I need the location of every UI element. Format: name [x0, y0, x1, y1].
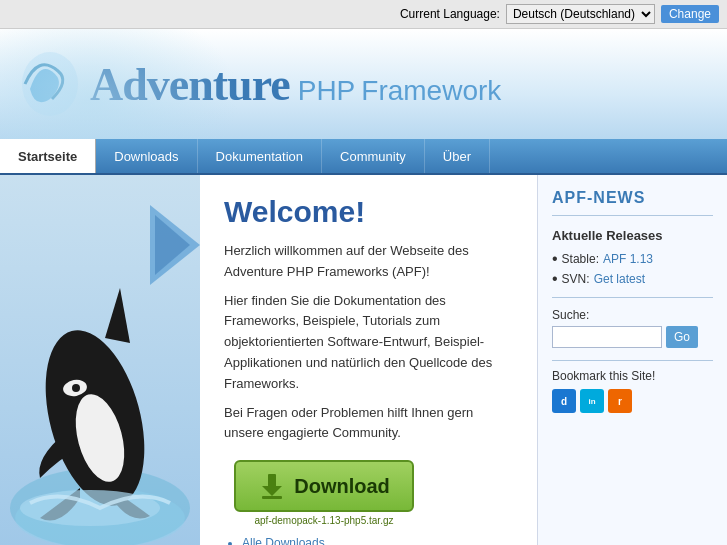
bookmark-digg-icon[interactable]: d: [552, 389, 576, 413]
nav-item-uber[interactable]: Über: [425, 139, 490, 173]
search-button[interactable]: Go: [666, 326, 698, 348]
apf-news-title: APF-NEWS: [552, 189, 713, 207]
nav-item-community[interactable]: Community: [322, 139, 425, 173]
svn-bullet: •: [552, 271, 558, 287]
search-label: Suche:: [552, 308, 713, 322]
welcome-title: Welcome!: [224, 195, 513, 229]
download-button-label: Download: [294, 475, 390, 498]
svn-label: SVN:: [562, 272, 590, 286]
welcome-para2: Hier finden Sie die Dokumentation des Fr…: [224, 291, 513, 395]
download-filename: apf-demopack-1.13-php5.tar.gz: [255, 515, 394, 526]
svg-rect-10: [268, 474, 276, 488]
bookmark-title: Bookmark this Site!: [552, 369, 713, 383]
svn-release-link[interactable]: Get latest: [594, 272, 645, 286]
language-select[interactable]: Deutsch (Deutschland) English (United St…: [506, 4, 655, 24]
nav-item-downloads[interactable]: Downloads: [96, 139, 197, 173]
releases-title: Aktuelle Releases: [552, 228, 713, 243]
right-sidebar: APF-NEWS Aktuelle Releases • Stable: APF…: [537, 175, 727, 545]
logo-framework: Framework: [361, 75, 501, 107]
apf-wave-icon: [150, 205, 200, 288]
orca-image: [10, 248, 190, 545]
logo-area: Adventure PHP Framework: [20, 49, 501, 119]
svg-point-6: [72, 384, 80, 392]
nav-item-dokumentation[interactable]: Dokumentation: [198, 139, 322, 173]
main-navigation: Startseite Downloads Dokumentation Commu…: [0, 139, 727, 175]
stable-release-item: • Stable: APF 1.13: [552, 251, 713, 267]
logo-wave-icon: [20, 49, 80, 119]
download-links-list: Alle Downloads Revision History: [224, 536, 513, 545]
logo-php: PHP: [298, 75, 356, 107]
stable-release-link[interactable]: APF 1.13: [603, 252, 653, 266]
download-button[interactable]: Download: [234, 460, 414, 512]
stable-label: Stable:: [562, 252, 599, 266]
stable-bullet: •: [552, 251, 558, 267]
apf-news-divider: [552, 215, 713, 216]
search-row: Go: [552, 326, 713, 348]
search-input[interactable]: [552, 326, 662, 348]
bookmark-reddit-icon[interactable]: r: [608, 389, 632, 413]
all-downloads-link[interactable]: Alle Downloads: [242, 536, 513, 545]
svg-marker-11: [262, 486, 282, 496]
download-button-area: Download apf-demopack-1.13-php5.tar.gz: [224, 460, 424, 526]
logo-text: Adventure PHP Framework: [90, 58, 501, 111]
nav-item-startseite[interactable]: Startseite: [0, 139, 96, 173]
center-content: Welcome! Herzlich willkommen auf der Web…: [200, 175, 537, 545]
header: Adventure PHP Framework: [0, 29, 727, 139]
all-downloads-anchor[interactable]: Alle Downloads: [242, 536, 513, 545]
language-bar: Current Language: Deutsch (Deutschland) …: [0, 0, 727, 29]
main-content: Welcome! Herzlich willkommen auf der Web…: [0, 175, 727, 545]
svg-point-0: [22, 52, 78, 116]
bookmark-linkedin-icon[interactable]: in: [580, 389, 604, 413]
language-change-button[interactable]: Change: [661, 5, 719, 23]
releases-divider: [552, 297, 713, 298]
download-arrow-icon: [258, 472, 286, 500]
search-divider: [552, 360, 713, 361]
language-label: Current Language:: [400, 7, 500, 21]
bookmark-icons: d in r: [552, 389, 713, 413]
left-panel: [0, 175, 200, 545]
logo-adventure: Adventure: [90, 58, 290, 111]
welcome-para3: Bei Fragen oder Problemen hilft Ihnen ge…: [224, 403, 513, 445]
welcome-para1: Herzlich willkommen auf der Webseite des…: [224, 241, 513, 283]
svn-release-item: • SVN: Get latest: [552, 271, 713, 287]
svg-rect-12: [262, 496, 282, 499]
